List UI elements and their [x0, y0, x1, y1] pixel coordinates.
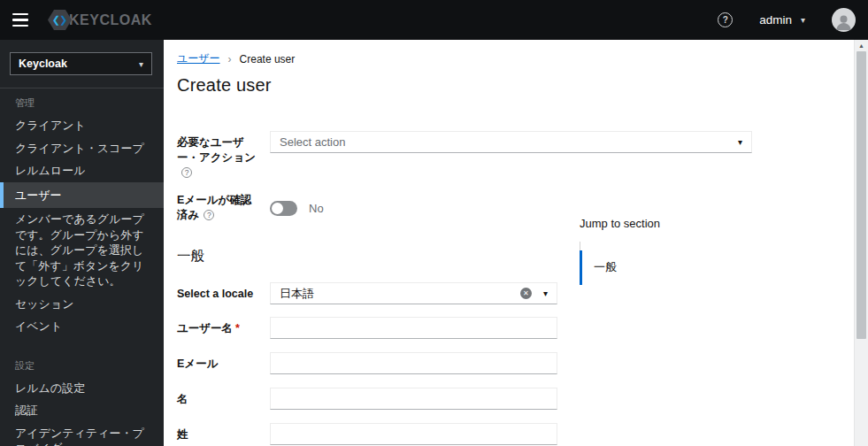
email-verified-label: Eメールが確認済み	[177, 193, 257, 223]
last-name-input[interactable]	[270, 423, 557, 445]
sidebar-item-identity-providers[interactable]: アイデンティティー・プロバイダー	[0, 422, 164, 446]
sidebar-item-groups[interactable]: メンバーであるグループです。グループから外すには、グループを選択して「外す」ボタ…	[0, 208, 164, 293]
sidebar-section-configure: 設定	[0, 338, 164, 377]
jump-to-section-title: Jump to section	[580, 217, 712, 230]
sidebar-item-users[interactable]: ユーザー	[0, 182, 164, 209]
keycloak-logo: ❮❯ KEYCLOAK	[48, 10, 152, 30]
breadcrumb-separator-icon	[228, 53, 232, 65]
sidebar-item-events[interactable]: イベント	[0, 315, 164, 338]
required-mark: *	[235, 322, 240, 334]
logo-text: KEYCLOAK	[69, 12, 152, 28]
create-user-form: 必要なユーザー・アクション Select action Eメールが確認済み No…	[177, 131, 770, 446]
realm-select-value: Keycloak	[19, 58, 67, 70]
required-user-actions-select[interactable]: Select action	[270, 131, 752, 153]
main-content: ユーザー Create user Create user 必要なユーザー・アクシ…	[164, 40, 854, 446]
sidebar-item-sessions[interactable]: セッション	[0, 293, 164, 316]
keycloak-admin-console: ❮❯ KEYCLOAK ? admin Keycloak 管理 クライアント	[0, 0, 868, 446]
first-name-row: 名	[177, 388, 770, 410]
clear-selection-icon[interactable]	[520, 288, 532, 299]
email-row: Eメール	[177, 352, 770, 374]
scroll-up-icon[interactable]	[855, 40, 868, 51]
email-verified-toggle[interactable]	[270, 201, 297, 216]
vertical-scrollbar[interactable]	[854, 40, 868, 446]
locale-select[interactable]: 日本語	[270, 282, 557, 304]
person-icon	[833, 12, 854, 32]
user-menu-label: admin	[759, 13, 792, 27]
chevron-down-icon	[139, 59, 143, 69]
sidebar-section-manage: 管理	[0, 88, 164, 114]
jump-to-section-panel: Jump to section 一般	[580, 217, 712, 285]
hamburger-icon	[12, 13, 28, 16]
email-verified-state: No	[309, 202, 324, 215]
username-input[interactable]	[270, 317, 557, 339]
jump-links-rail	[580, 242, 580, 250]
sidebar-item-realm-settings[interactable]: レルムの設定	[0, 377, 164, 400]
realm-select[interactable]: Keycloak	[10, 52, 152, 75]
breadcrumb-users-link[interactable]: ユーザー	[177, 51, 220, 66]
help-icon[interactable]	[181, 167, 192, 178]
sidebar: Keycloak 管理 クライアント クライアント・スコープ レルムロール ユー…	[0, 40, 164, 446]
toggle-knob-icon	[272, 203, 283, 214]
locale-label: Select a locale	[177, 282, 257, 304]
required-user-actions-label: 必要なユーザー・アクション	[177, 131, 257, 181]
jump-link-general[interactable]: 一般	[580, 250, 712, 285]
help-icon[interactable]: ?	[718, 12, 733, 27]
last-name-label: 姓	[177, 423, 257, 445]
page-title: Create user	[177, 75, 854, 96]
first-name-input[interactable]	[270, 388, 557, 410]
locale-row: Select a locale 日本語	[177, 282, 770, 304]
sidebar-item-authentication[interactable]: 認証	[0, 399, 164, 422]
email-input[interactable]	[270, 352, 557, 374]
select-placeholder: Select action	[280, 135, 345, 149]
user-menu[interactable]: admin	[759, 13, 805, 27]
avatar[interactable]	[832, 8, 856, 32]
last-name-row: 姓	[177, 423, 770, 445]
sidebar-item-clients[interactable]: クライアント	[0, 114, 164, 137]
scrollbar-thumb[interactable]	[856, 51, 866, 339]
locale-value: 日本語	[280, 286, 314, 302]
sidebar-item-realm-roles[interactable]: レルムロール	[0, 159, 164, 182]
required-user-actions-row: 必要なユーザー・アクション Select action	[177, 131, 770, 181]
email-label: Eメール	[177, 352, 257, 374]
first-name-label: 名	[177, 388, 257, 410]
sidebar-item-client-scopes[interactable]: クライアント・スコープ	[0, 137, 164, 160]
breadcrumb-current: Create user	[240, 53, 296, 65]
chevron-down-icon	[543, 288, 548, 298]
keycloak-logo-icon: ❮❯	[48, 10, 72, 30]
username-label: ユーザー名*	[177, 317, 257, 339]
username-row: ユーザー名*	[177, 317, 770, 339]
masthead-toolbar: ? admin	[718, 8, 868, 32]
chevron-down-icon	[738, 137, 742, 147]
nav-toggle-button[interactable]	[0, 0, 41, 40]
chevron-down-icon	[801, 15, 805, 25]
masthead: ❮❯ KEYCLOAK ? admin	[0, 0, 868, 40]
breadcrumb: ユーザー Create user	[177, 51, 854, 66]
help-icon[interactable]	[204, 210, 214, 220]
